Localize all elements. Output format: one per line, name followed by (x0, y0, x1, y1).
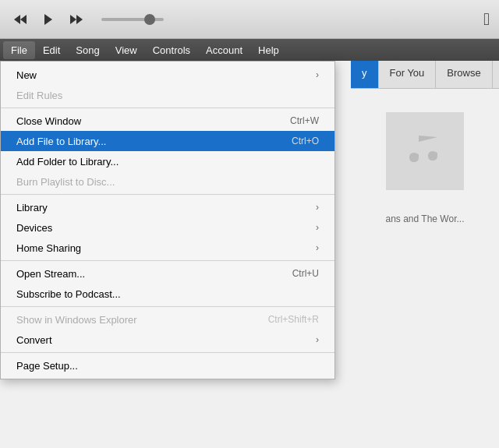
menu-devices[interactable]: Devices › (1, 217, 334, 238)
main-content: New › Edit Rules Close Window Ctrl+W Add… (0, 61, 499, 448)
menu-edit[interactable]: Edit (35, 41, 68, 59)
apple-logo:  (483, 9, 490, 30)
menu-page-setup[interactable]: Page Setup... (1, 355, 334, 376)
menu-open-stream-label: Open Stream... (16, 268, 269, 280)
menu-close-window-label: Close Window (16, 115, 267, 127)
tab-y[interactable]: y (351, 61, 379, 88)
tab-bar: y For You Browse (351, 61, 499, 89)
menu-open-stream[interactable]: Open Stream... Ctrl+U (1, 263, 334, 284)
menu-home-sharing[interactable]: Home Sharing › (1, 238, 334, 258)
transport-controls (9, 9, 164, 30)
menu-home-sharing-label: Home Sharing (16, 242, 308, 254)
separator-3 (1, 260, 334, 261)
menu-close-window-shortcut: Ctrl+W (290, 115, 319, 126)
separator-5 (1, 352, 334, 353)
volume-slider[interactable] (101, 18, 164, 21)
menu-add-file[interactable]: Add File to Library... Ctrl+O (1, 131, 334, 151)
menu-page-setup-label: Page Setup... (16, 360, 319, 372)
menu-library-label: Library (16, 202, 308, 213)
menu-convert-arrow: › (316, 334, 319, 345)
svg-marker-0 (14, 15, 20, 24)
menu-add-folder[interactable]: Add Folder to Library... (1, 151, 334, 171)
separator-4 (1, 306, 334, 307)
svg-marker-4 (76, 15, 83, 24)
album-text: ans and The Wor... (351, 213, 499, 224)
menu-show-explorer: Show in Windows Explorer Ctrl+Shift+R (1, 309, 334, 330)
menu-close-window[interactable]: Close Window Ctrl+W (1, 111, 334, 131)
separator-1 (1, 108, 334, 108)
menu-convert[interactable]: Convert › (1, 330, 334, 350)
menu-show-explorer-shortcut: Ctrl+Shift+R (268, 314, 319, 325)
menu-edit-rules: Edit Rules (1, 85, 334, 105)
right-pane: y For You Browse ans and The Wor... (351, 61, 499, 448)
menu-show-explorer-label: Show in Windows Explorer (16, 314, 245, 326)
menu-new-arrow: › (316, 69, 319, 80)
dropdown-overlay: New › Edit Rules Close Window Ctrl+W Add… (0, 61, 335, 379)
menu-add-file-label: Add File to Library... (16, 136, 268, 147)
menu-devices-label: Devices (16, 222, 308, 234)
menu-subscribe-podcast-label: Subscribe to Podcast... (16, 288, 319, 300)
menu-library[interactable]: Library › (1, 197, 334, 217)
menu-subscribe-podcast[interactable]: Subscribe to Podcast... (1, 284, 334, 304)
volume-thumb (144, 14, 155, 25)
menu-burn-playlist: Burn Playlist to Disc... (1, 171, 334, 192)
tab-for-you[interactable]: For You (379, 61, 437, 88)
album-art (386, 112, 464, 190)
play-button[interactable] (37, 9, 59, 30)
menu-view[interactable]: View (108, 41, 145, 59)
file-dropdown-menu: New › Edit Rules Close Window Ctrl+W Add… (0, 61, 335, 379)
menu-bar: File Edit Song View Controls Account Hel… (0, 39, 499, 61)
menu-open-stream-shortcut: Ctrl+U (292, 268, 319, 279)
menu-song[interactable]: Song (68, 41, 107, 59)
menu-devices-arrow: › (316, 222, 319, 233)
menu-add-folder-label: Add Folder to Library... (16, 156, 319, 168)
rewind-button[interactable] (9, 9, 31, 30)
menu-home-sharing-arrow: › (316, 242, 319, 253)
menu-add-file-shortcut: Ctrl+O (292, 136, 319, 146)
menu-library-arrow: › (316, 202, 319, 213)
menu-convert-label: Convert (16, 334, 308, 346)
menu-new[interactable]: New › (1, 65, 334, 85)
music-placeholder (351, 89, 499, 213)
svg-marker-2 (44, 14, 52, 25)
menu-burn-playlist-label: Burn Playlist to Disc... (16, 176, 319, 188)
separator-2 (1, 194, 334, 195)
menu-new-label: New (16, 69, 308, 81)
forward-button[interactable] (65, 9, 87, 30)
menu-edit-rules-label: Edit Rules (16, 90, 319, 101)
menu-help[interactable]: Help (250, 41, 287, 59)
menu-controls[interactable]: Controls (145, 41, 198, 59)
menu-account[interactable]: Account (198, 41, 250, 59)
svg-marker-1 (20, 15, 27, 24)
title-bar:  (0, 0, 499, 39)
svg-marker-3 (70, 15, 76, 24)
tab-browse[interactable]: Browse (436, 61, 492, 88)
menu-file[interactable]: File (3, 41, 35, 59)
